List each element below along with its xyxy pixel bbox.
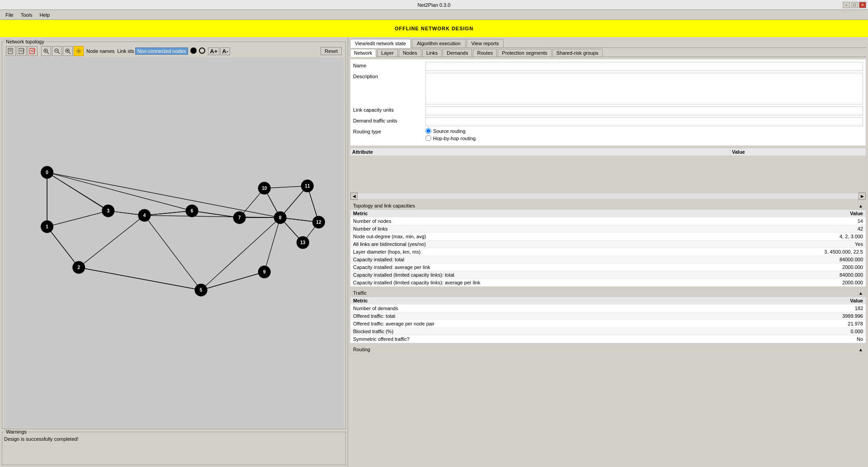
topology-stats-table: Metric Value Number of nodes14Number of … <box>350 210 866 287</box>
close-button[interactable]: ✕ <box>859 2 866 8</box>
zoom-fit-btn[interactable] <box>63 46 73 56</box>
svg-text:12: 12 <box>316 220 321 225</box>
topology-stats-row: Node out-degree (max, min, avg)4, 2, 3.0… <box>350 233 866 241</box>
topology-stats-section: Topology and link capacities ▲ Metric Va… <box>350 202 866 287</box>
traffic-value-cell: 3999.996 <box>746 312 866 320</box>
svg-text:10: 10 <box>262 186 267 191</box>
topology-stats-collapse[interactable]: ▲ <box>859 203 863 208</box>
svg-point-18 <box>67 50 68 52</box>
svg-text:</>: </> <box>31 48 36 53</box>
main-title: OFFLINE NETWORK DESIGN <box>395 26 473 31</box>
routing-stats-title: Routing <box>353 347 370 352</box>
topology-value-cell: 2000.000 <box>737 264 866 271</box>
scroll-bar-h: ◀ ▶ <box>350 192 866 199</box>
tab-links[interactable]: Links <box>422 49 442 57</box>
topology-fieldset: Network topology </> </> <box>2 39 346 429</box>
non-connected-label[interactable]: Non-connected nodes <box>135 47 189 55</box>
radio-hop-by-hop[interactable]: Hop-by-hop routing <box>425 135 476 141</box>
toolbar-btn-1[interactable] <box>6 46 16 56</box>
minimize-button[interactable]: − <box>843 2 850 8</box>
tab-layer[interactable]: Layer <box>377 49 398 57</box>
svg-line-15 <box>69 52 71 54</box>
menu-help[interactable]: Help <box>36 11 53 19</box>
routing-stats-collapse[interactable]: ▲ <box>859 347 863 352</box>
scroll-track-h[interactable] <box>358 193 859 199</box>
main-header: OFFLINE NETWORK DESIGN <box>0 20 868 37</box>
topology-stats-row: Number of links42 <box>350 225 866 233</box>
zoom-out-btn[interactable] <box>52 46 62 56</box>
svg-text:9: 9 <box>263 269 266 274</box>
tabs-row1: View/edit network state Algorithm execut… <box>350 39 866 48</box>
svg-line-26 <box>47 211 108 226</box>
radio-source-routing-input[interactable] <box>425 128 431 134</box>
menu-file[interactable]: File <box>2 11 17 19</box>
topology-value-cell: 2000.000 <box>737 279 866 287</box>
tab-algorithm[interactable]: Algorithm execution <box>412 39 466 47</box>
routing-stats-section: Routing ▲ <box>350 345 866 354</box>
traffic-metric-cell: Symmetric offered traffic? <box>350 335 746 343</box>
tab-reports[interactable]: View reports <box>467 39 504 47</box>
topology-metric-cell: Node out-degree (max, min, avg) <box>350 233 737 241</box>
scroll-right-btn[interactable]: ▶ <box>859 193 866 200</box>
toolbar-btn-2[interactable]: </> <box>17 46 27 56</box>
attr-body <box>350 156 866 192</box>
svg-text:7: 7 <box>238 215 241 220</box>
svg-text:11: 11 <box>305 184 310 189</box>
circle-filled <box>190 47 197 55</box>
name-input[interactable] <box>425 62 863 71</box>
traffic-metric-cell: Blocked traffic (%) <box>350 328 746 335</box>
form-row-name: Name <box>353 62 863 71</box>
scroll-left-btn[interactable]: ◀ <box>350 193 358 200</box>
form-row-routing: Routing type Source routing Hop-by-hop r… <box>353 128 863 141</box>
window-title: Net2Plan 0.3.0 <box>418 2 451 8</box>
maximize-button[interactable]: □ <box>851 2 858 8</box>
attr-col2-header: Value <box>730 148 866 156</box>
topology-stats-row: Capacity installed (limited capacity lin… <box>350 271 866 279</box>
tab-nodes[interactable]: Nodes <box>399 49 421 57</box>
topology-metric-cell: Capacity installed: average per link <box>350 264 737 271</box>
form-row-demand-traffic: Demand traffic units <box>353 117 863 126</box>
menu-bar: File Tools Help <box>0 10 868 20</box>
svg-text:0: 0 <box>46 170 48 175</box>
svg-text:4: 4 <box>143 213 146 218</box>
tab-view-edit[interactable]: View/edit network state <box>350 39 411 48</box>
settings-btn[interactable] <box>74 46 84 56</box>
font-plus-btn[interactable]: A+ <box>208 47 219 55</box>
radio-source-routing[interactable]: Source routing <box>425 128 476 134</box>
routing-radio-group: Source routing Hop-by-hop routing <box>425 128 476 141</box>
link-ids-label: Link ids <box>117 48 134 54</box>
link-capacity-input[interactable] <box>425 106 863 115</box>
tabs-row2: Network Layer Nodes Links Demands Routes… <box>350 49 866 57</box>
svg-line-27 <box>47 226 79 267</box>
description-input[interactable] <box>425 73 863 104</box>
svg-text:2: 2 <box>77 265 80 270</box>
topology-col2-header: Value <box>737 210 866 217</box>
network-canvas[interactable]: 0 1 2 3 4 5 6 7 8 <box>4 57 344 428</box>
topology-value-cell: 84000.000 <box>737 271 866 279</box>
radio-hop-by-hop-input[interactable] <box>425 135 431 141</box>
traffic-stats-collapse[interactable]: ▲ <box>859 291 863 296</box>
traffic-metric-cell: Offered traffic: average per node pair <box>350 320 746 328</box>
attribute-table: Attribute Value ◀ ▶ <box>350 148 866 200</box>
svg-line-36 <box>79 268 201 290</box>
form-row-description: Description <box>353 73 863 104</box>
traffic-stats-row: Symmetric offered traffic?No <box>350 335 866 343</box>
traffic-stats-row: Number of demands182 <box>350 305 866 312</box>
menu-tools[interactable]: Tools <box>17 11 36 19</box>
topology-value-cell: 14 <box>737 217 866 225</box>
topology-value-cell: Yes <box>737 241 866 248</box>
tab-demands[interactable]: Demands <box>443 49 472 57</box>
toolbar-btn-3[interactable]: </> <box>28 46 38 56</box>
traffic-stats-row: Offered traffic: total3999.996 <box>350 312 866 320</box>
reset-button[interactable]: Reset <box>321 47 342 55</box>
tab-protection[interactable]: Protection segments <box>498 49 551 57</box>
svg-text:3: 3 <box>107 208 110 213</box>
demand-traffic-input[interactable] <box>425 117 863 126</box>
topology-value-cell: 3, 4500.000, 22.5 <box>737 248 866 256</box>
font-minus-btn[interactable]: A- <box>220 47 230 55</box>
tab-shared-risk[interactable]: Shared-risk groups <box>552 49 603 57</box>
zoom-in-btn[interactable] <box>41 46 51 56</box>
tab-network[interactable]: Network <box>350 49 376 57</box>
topology-stats-row: Layer diameter (hops, km, ms)3, 4500.000… <box>350 248 866 256</box>
tab-routes[interactable]: Routes <box>473 49 497 57</box>
